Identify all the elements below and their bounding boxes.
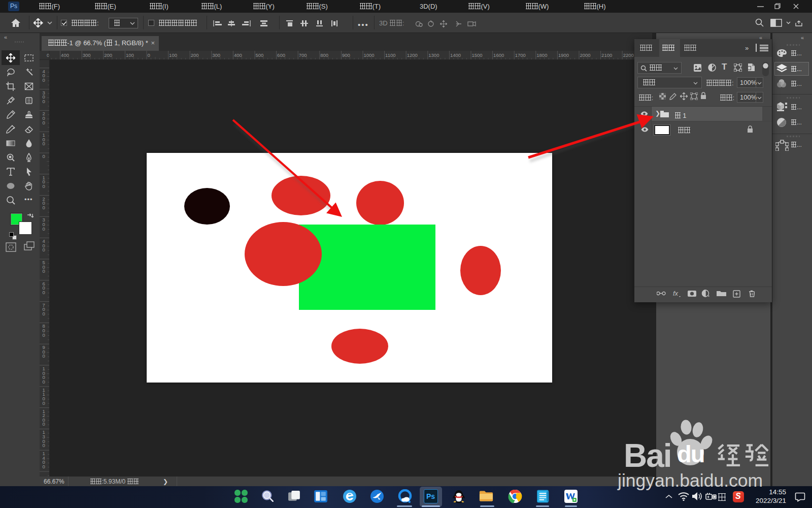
svg-text:900: 900 — [342, 52, 350, 58]
svg-text:1700: 1700 — [515, 52, 526, 58]
svg-text:0: 0 — [43, 442, 45, 448]
svg-text:0: 0 — [43, 268, 45, 274]
svg-text:2100: 2100 — [601, 52, 612, 58]
svg-text:0: 0 — [43, 400, 45, 406]
svg-text:500: 500 — [256, 52, 264, 58]
svg-text:1900: 1900 — [558, 52, 569, 58]
svg-text:2000: 2000 — [580, 52, 591, 58]
svg-text:1600: 1600 — [493, 52, 504, 58]
svg-text:1500: 1500 — [472, 52, 483, 58]
svg-text:0: 0 — [43, 120, 45, 125]
svg-text:2200: 2200 — [623, 52, 634, 58]
svg-text:800: 800 — [320, 52, 328, 58]
svg-text:0: 0 — [43, 290, 45, 295]
svg-text:0: 0 — [43, 353, 45, 359]
svg-text:400: 400 — [61, 52, 69, 58]
svg-text:200: 200 — [104, 52, 112, 58]
svg-text:0: 0 — [43, 205, 45, 210]
svg-text:400: 400 — [234, 52, 242, 58]
svg-text:0: 0 — [148, 52, 150, 58]
svg-text:1800: 1800 — [536, 52, 547, 58]
svg-text:1400: 1400 — [450, 52, 461, 58]
svg-text:0: 0 — [43, 379, 45, 385]
svg-text:200: 200 — [191, 52, 199, 58]
svg-text:0: 0 — [43, 421, 45, 427]
svg-text:0: 0 — [43, 141, 45, 146]
svg-text:du: du — [677, 440, 704, 467]
svg-text:100: 100 — [126, 52, 134, 58]
svg-text:0: 0 — [43, 332, 45, 338]
svg-text:300: 300 — [83, 52, 91, 58]
svg-text:100: 100 — [169, 52, 177, 58]
svg-text:0: 0 — [43, 153, 45, 159]
svg-text:600: 600 — [277, 52, 285, 58]
svg-text:0: 0 — [43, 247, 45, 252]
svg-text:0: 0 — [43, 77, 45, 83]
svg-text:1200: 1200 — [407, 52, 418, 58]
svg-text:0: 0 — [43, 183, 45, 189]
svg-text:0: 0 — [43, 226, 45, 232]
svg-text:0: 0 — [43, 311, 45, 316]
svg-text:0: 0 — [43, 99, 45, 104]
svg-text:1000: 1000 — [364, 52, 375, 58]
svg-text:1300: 1300 — [428, 52, 439, 58]
svg-text:700: 700 — [299, 52, 307, 58]
svg-text:300: 300 — [212, 52, 220, 58]
svg-text:0: 0 — [43, 464, 45, 469]
svg-text:fx: fx — [673, 290, 679, 297]
svg-text:1100: 1100 — [385, 52, 395, 58]
